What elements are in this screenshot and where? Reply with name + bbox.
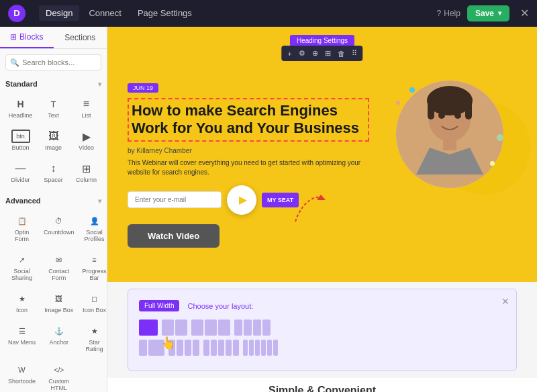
layout-5col[interactable] bbox=[203, 340, 239, 356]
layout-panel-close-button[interactable]: ✕ bbox=[501, 296, 509, 307]
hero-title: How to make Search Engines Work for You … bbox=[128, 98, 369, 142]
divider-icon: — bbox=[11, 162, 30, 175]
column-icon: ⊞ bbox=[77, 162, 96, 175]
top-bar: D Design Connect Page Settings ? Help Sa… bbox=[0, 0, 537, 27]
layout-row-1 bbox=[139, 320, 505, 336]
full-width-badge[interactable]: Full Width bbox=[139, 300, 179, 311]
sidebar-item-anchor[interactable]: ⚓ Anchor bbox=[41, 320, 77, 356]
hero-desc: This Webinar will cover everything you n… bbox=[128, 158, 369, 177]
sidebar-item-list[interactable]: ≡ List bbox=[71, 93, 101, 123]
icon-block-icon: ★ bbox=[13, 292, 32, 305]
sidebar-item-optin-form[interactable]: 📋 Optin Form bbox=[5, 210, 38, 246]
sidebar-item-image-box[interactable]: 🖼 Image Box bbox=[41, 288, 77, 317]
sidebar-item-text[interactable]: T Text bbox=[38, 93, 68, 123]
layout-panel: Full Width Choose your layout: ✕ bbox=[128, 289, 517, 371]
sidebar-tabs: ⊞ Blocks Sections bbox=[0, 27, 107, 49]
save-chevron-icon: ▾ bbox=[498, 9, 501, 17]
dot-decoration-1 bbox=[409, 87, 415, 93]
watch-video-button[interactable]: Watch Video bbox=[128, 224, 219, 248]
svg-rect-6 bbox=[443, 138, 456, 150]
sidebar-item-spacer[interactable]: ↕ Spacer bbox=[38, 158, 68, 187]
tab-blocks[interactable]: ⊞ Blocks bbox=[0, 27, 54, 48]
sidebar-item-progress-bar[interactable]: ≡ Progress Bar bbox=[80, 249, 109, 285]
toolbar-settings-icon[interactable]: ⚙ bbox=[297, 48, 307, 59]
social-sharing-icon: ↗ bbox=[13, 253, 32, 266]
sidebar-item-image[interactable]: 🖼 Image bbox=[38, 126, 68, 155]
nav-menu-icon: ☰ bbox=[13, 324, 32, 338]
logo-char: D bbox=[13, 8, 19, 18]
sidebar-item-social-sharing[interactable]: ↗ Social Sharing bbox=[5, 249, 38, 285]
toolbar-drag-icon[interactable]: ⠿ bbox=[350, 48, 359, 59]
anchor-icon: ⚓ bbox=[50, 324, 68, 338]
text-icon: T bbox=[44, 97, 63, 111]
layout-panel-title: Full Width Choose your layout: bbox=[139, 300, 505, 311]
shortcode-icon: W bbox=[13, 363, 32, 377]
sidebar-item-divider[interactable]: — Divider bbox=[5, 158, 36, 187]
sidebar-item-contact-form[interactable]: ✉ Contact Form bbox=[41, 249, 77, 285]
custom-html-icon: </> bbox=[50, 363, 68, 377]
layout-2col-equal[interactable] bbox=[162, 320, 187, 336]
play-icon: ▶ bbox=[239, 193, 247, 206]
sidebar-item-icon[interactable]: ★ Icon bbox=[5, 288, 38, 317]
image-box-icon: 🖼 bbox=[50, 292, 68, 305]
icon-box-icon: ◻ bbox=[85, 292, 104, 305]
hero-left: JUN 19 How to make Search Engines Work f… bbox=[128, 81, 383, 248]
person-image bbox=[396, 81, 503, 188]
sidebar-item-social-profiles[interactable]: 👤 Social Profiles bbox=[80, 210, 109, 246]
hero-content: JUN 19 How to make Search Engines Work f… bbox=[128, 40, 517, 248]
sidebar-item-star-rating[interactable]: ★ Star Rating bbox=[80, 320, 109, 356]
sidebar-item-video[interactable]: ▶ Video bbox=[71, 126, 101, 155]
video-icon: ▶ bbox=[77, 130, 96, 143]
tab-sections[interactable]: Sections bbox=[54, 27, 107, 48]
toolbar-copy-icon[interactable]: ⊕ bbox=[310, 48, 320, 59]
layout-options-container: 👆 bbox=[139, 320, 505, 356]
choose-layout-text: Choose your layout: bbox=[187, 302, 253, 310]
blocks-icon: ⊞ bbox=[10, 32, 17, 42]
sidebar-item-button[interactable]: btn Button bbox=[5, 126, 36, 155]
layout-1col[interactable] bbox=[139, 320, 158, 336]
close-button[interactable]: ✕ bbox=[520, 7, 529, 19]
sidebar-item-headline[interactable]: H Headline bbox=[5, 93, 36, 123]
sidebar-item-custom-html[interactable]: </> Custom HTML bbox=[41, 359, 77, 392]
hero-subtitle: by Killarney Chamber bbox=[128, 147, 369, 154]
spacer-icon: ↕ bbox=[44, 162, 63, 175]
layout-6col[interactable] bbox=[243, 340, 278, 356]
play-button[interactable]: ▶ bbox=[227, 185, 256, 215]
svg-point-8 bbox=[454, 112, 461, 119]
nav-connect[interactable]: Connect bbox=[82, 5, 128, 21]
progress-bar-icon: ≡ bbox=[85, 253, 104, 266]
svg-point-7 bbox=[438, 112, 445, 119]
search-input[interactable] bbox=[5, 54, 101, 70]
layout-row-2 bbox=[139, 340, 505, 356]
arrow-decoration bbox=[289, 188, 329, 228]
cursor-icon: 👆 bbox=[160, 336, 175, 350]
sidebar-item-countdown[interactable]: ⏱ Countdown bbox=[41, 210, 77, 246]
sidebar-item-shortcode[interactable]: W Shortcode bbox=[5, 359, 38, 392]
sidebar-item-icon-box[interactable]: ◻ Icon Box bbox=[80, 288, 109, 317]
nav-design[interactable]: Design bbox=[39, 5, 79, 21]
contact-form-icon: ✉ bbox=[50, 253, 68, 266]
layout-3col-equal[interactable] bbox=[191, 320, 230, 336]
help-button[interactable]: ? Help bbox=[437, 9, 460, 18]
sidebar-item-column[interactable]: ⊞ Column bbox=[71, 158, 101, 187]
advanced-section: Advanced ▾ bbox=[0, 194, 107, 206]
page-canvas: Heading Settings + ⚙ ⊕ ⊞ 🗑 ⠿ JUN 19 How … bbox=[107, 27, 537, 392]
star-rating-icon: ★ bbox=[85, 324, 104, 338]
layout-4col-equal[interactable] bbox=[234, 320, 271, 336]
toolbar-add-icon[interactable]: + bbox=[285, 48, 293, 59]
toolbar-delete-icon[interactable]: 🗑 bbox=[336, 48, 347, 59]
email-input[interactable] bbox=[128, 191, 222, 208]
hero-tag: JUN 19 bbox=[128, 83, 158, 93]
canvas-area: Heading Settings + ⚙ ⊕ ⊞ 🗑 ⠿ JUN 19 How … bbox=[107, 27, 537, 392]
top-nav: Design Connect Page Settings bbox=[39, 5, 199, 21]
sidebar-item-nav-menu[interactable]: ☰ Nav Menu bbox=[5, 320, 38, 356]
dot-decoration-4 bbox=[490, 161, 495, 166]
save-button[interactable]: Save ▾ bbox=[467, 5, 509, 21]
nav-page-settings[interactable]: Page Settings bbox=[131, 5, 199, 21]
toolbar-duplicate-icon[interactable]: ⊞ bbox=[323, 48, 333, 59]
advanced-caret-icon: ▾ bbox=[98, 197, 101, 205]
help-label: Help bbox=[444, 9, 460, 18]
tab-blocks-label: Blocks bbox=[19, 32, 43, 42]
top-bar-right: ? Help Save ▾ ✕ bbox=[437, 5, 529, 21]
heading-settings-label: Heading Settings bbox=[290, 35, 354, 46]
